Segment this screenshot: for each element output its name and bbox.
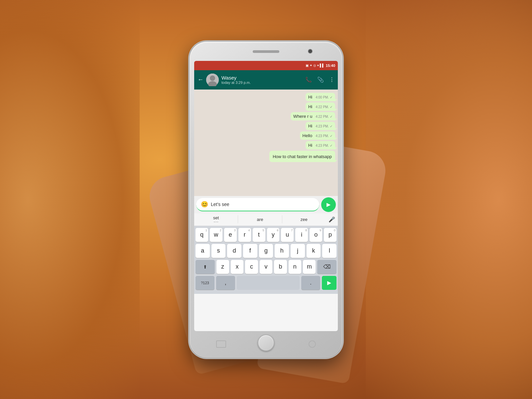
shift-key[interactable]: ⬆ bbox=[196, 260, 215, 274]
svg-point-1 bbox=[210, 76, 215, 81]
msg-time: 4:22 PM. ✓ bbox=[316, 115, 332, 118]
msg-text: Hi bbox=[308, 143, 312, 148]
bluetooth-icon: ✦ bbox=[310, 64, 312, 67]
key-w[interactable]: 2w bbox=[210, 228, 222, 242]
microphone-button[interactable]: 🎤 bbox=[326, 216, 338, 223]
key-n[interactable]: n bbox=[289, 260, 301, 274]
key-k[interactable]: k bbox=[307, 244, 321, 258]
signal-icon: ▣ bbox=[306, 64, 309, 67]
key-t[interactable]: 5t bbox=[253, 228, 265, 242]
delete-key[interactable]: ⌫ bbox=[317, 260, 336, 274]
speaker bbox=[253, 50, 279, 53]
msg-text: Hi bbox=[308, 123, 312, 128]
message-bubble: Hi 4:23 PM. ✓ bbox=[306, 122, 335, 130]
menu-icon[interactable]: ⋮ bbox=[329, 77, 334, 83]
key-s[interactable]: s bbox=[211, 244, 226, 258]
key-e[interactable]: 3e bbox=[224, 228, 237, 242]
wifi-icon: ▾ bbox=[317, 64, 319, 67]
home-button[interactable] bbox=[258, 334, 274, 351]
keyboard: 1q 2w 3e 4r 5t 6y bbox=[194, 226, 338, 294]
message-input-area: 😊 Let's see ▶ bbox=[194, 196, 338, 213]
key-p[interactable]: 0p bbox=[324, 228, 336, 242]
key-y[interactable]: 6y bbox=[267, 228, 280, 242]
keyboard-row-2: a s d f g h j k l bbox=[196, 244, 336, 258]
space-key[interactable] bbox=[237, 276, 300, 290]
contact-avatar bbox=[206, 74, 219, 86]
key-l[interactable]: l bbox=[322, 244, 336, 258]
key-v[interactable]: v bbox=[260, 260, 272, 274]
phone-device: ▣ ✦ ◎ ▾ ▌▌ 15:40 ← bbox=[190, 42, 342, 358]
msg-time: 4:23 PM. ✓ bbox=[316, 124, 332, 128]
msg-time: 4:23 PM. ✓ bbox=[316, 134, 332, 138]
key-r[interactable]: 4r bbox=[238, 228, 251, 242]
send-key-icon: ▶ bbox=[327, 280, 331, 286]
msg-text: Hello bbox=[303, 133, 313, 138]
message-bubble: Hello 4:23 PM. ✓ bbox=[300, 131, 335, 140]
camera bbox=[308, 49, 313, 54]
key-g[interactable]: g bbox=[259, 244, 273, 258]
msg-text: Hi bbox=[308, 95, 312, 100]
suggestion-are[interactable]: are bbox=[238, 216, 282, 223]
message-bubble: Hi 4:00 PM. ✓ bbox=[306, 93, 335, 101]
send-button[interactable]: ▶ bbox=[321, 197, 336, 212]
phone-body: ▣ ✦ ◎ ▾ ▌▌ 15:40 ← bbox=[190, 42, 342, 358]
message-bubble: Hi 4:22 PM. ✓ bbox=[306, 102, 335, 111]
last-msg-text: How to chat faster in whatsapp bbox=[273, 154, 332, 159]
send-icon: ▶ bbox=[327, 201, 331, 208]
key-a[interactable]: a bbox=[196, 244, 210, 258]
bg-right bbox=[366, 0, 532, 399]
back-button[interactable]: ← bbox=[198, 76, 203, 83]
msg-time: 4:22 PM. ✓ bbox=[316, 105, 332, 109]
attachment-icon[interactable]: 📎 bbox=[317, 77, 324, 83]
key-o[interactable]: 9o bbox=[310, 228, 322, 242]
keyboard-row-1: 1q 2w 3e 4r 5t 6y bbox=[196, 228, 336, 242]
suggestion-set[interactable]: set • • • bbox=[194, 214, 238, 225]
key-u[interactable]: 7u bbox=[281, 228, 294, 242]
message-input-text[interactable]: Let's see bbox=[211, 202, 315, 207]
msg-text: Where r u bbox=[293, 114, 312, 119]
msg-time: 4:23 PM. ✓ bbox=[316, 144, 332, 147]
chat-messages: Hi 4:00 PM. ✓ Hi 4:22 PM. ✓ Where r u 4:… bbox=[194, 90, 338, 196]
chat-header: ← Wasey today at 3:29 p.m. 📞 📎 ⋮ bbox=[194, 70, 338, 90]
nav-recents-button[interactable] bbox=[309, 340, 316, 348]
last-message-bubble: How to chat faster in whatsapp bbox=[269, 151, 335, 162]
contact-name: Wasey bbox=[221, 75, 303, 81]
suggestion-zee[interactable]: zee bbox=[282, 216, 326, 223]
bg-left bbox=[0, 0, 140, 399]
phone-icon[interactable]: 📞 bbox=[305, 77, 312, 83]
nav-back-button[interactable] bbox=[216, 340, 226, 348]
msg-time: 4:00 PM. ✓ bbox=[316, 96, 332, 99]
key-j[interactable]: j bbox=[291, 244, 305, 258]
gps-icon: ◎ bbox=[313, 64, 316, 67]
contact-status: today at 3:29 p.m. bbox=[221, 81, 303, 85]
key-f[interactable]: f bbox=[243, 244, 257, 258]
keyboard-row-4: ?123 , . ▶ bbox=[196, 276, 336, 290]
msg-text: Hi bbox=[308, 104, 312, 109]
message-bubble: Where r u 4:22 PM. ✓ bbox=[291, 112, 335, 120]
key-c[interactable]: c bbox=[245, 260, 258, 274]
status-icons: ▣ ✦ ◎ ▾ ▌▌ bbox=[306, 64, 325, 67]
phone-screen: ▣ ✦ ◎ ▾ ▌▌ 15:40 ← bbox=[194, 61, 338, 331]
status-bar: ▣ ✦ ◎ ▾ ▌▌ 15:40 bbox=[194, 61, 338, 70]
period-key[interactable]: . bbox=[301, 276, 320, 290]
status-time: 15:40 bbox=[326, 64, 335, 68]
key-i[interactable]: 8i bbox=[295, 228, 308, 242]
keyboard-suggestions: set • • • are zee 🎤 bbox=[194, 213, 338, 226]
key-z[interactable]: z bbox=[216, 260, 229, 274]
key-d[interactable]: d bbox=[227, 244, 241, 258]
keyboard-row-3: ⬆ z x c v b n m ⌫ bbox=[196, 260, 336, 274]
emoji-button[interactable]: 😊 bbox=[201, 201, 208, 208]
signal-bars-icon: ▌▌ bbox=[320, 64, 325, 67]
key-h[interactable]: h bbox=[275, 244, 289, 258]
key-b[interactable]: b bbox=[274, 260, 287, 274]
comma-key[interactable]: , bbox=[216, 276, 235, 290]
symbols-key[interactable]: ?123 bbox=[196, 276, 214, 290]
key-x[interactable]: x bbox=[231, 260, 243, 274]
message-bubble: Hi 4:23 PM. ✓ bbox=[306, 141, 335, 149]
send-key[interactable]: ▶ bbox=[322, 276, 336, 290]
contact-info: Wasey today at 3:29 p.m. bbox=[221, 75, 303, 85]
key-m[interactable]: m bbox=[303, 260, 316, 274]
header-action-icons: 📞 📎 ⋮ bbox=[305, 77, 334, 83]
key-q[interactable]: 1q bbox=[196, 228, 208, 242]
message-input-box[interactable]: 😊 Let's see bbox=[196, 198, 319, 211]
